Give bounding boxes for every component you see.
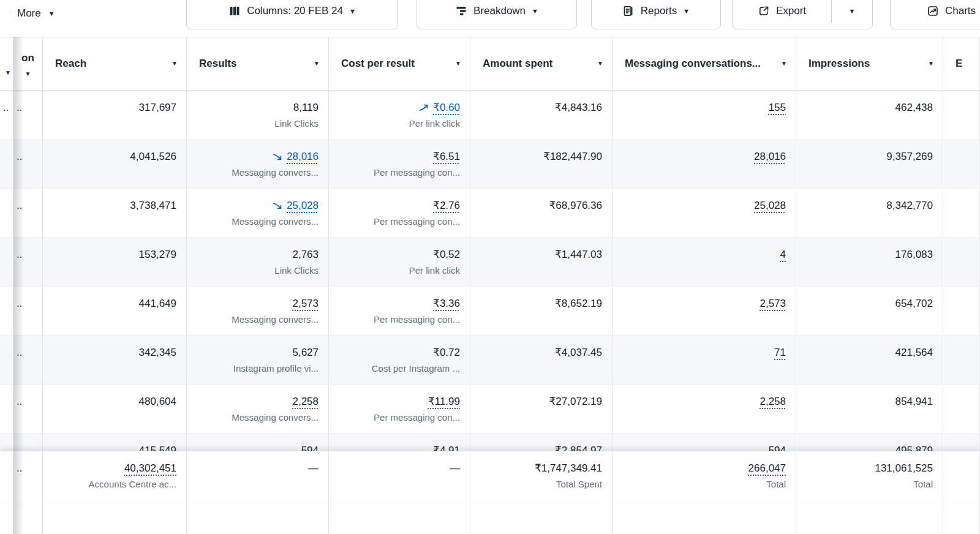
cell-messaging: 28,016 — [612, 140, 796, 188]
sublabel-cost: Per link click — [334, 265, 460, 277]
cell-impressions: 176,083 — [796, 238, 943, 286]
column-header-e[interactable]: E — [943, 37, 980, 90]
cell-cost: ₹6.51Per messaging con... — [329, 140, 470, 188]
value-messaging[interactable]: 28,016 — [754, 149, 786, 164]
sort-chevron-icon[interactable]: ▼ — [5, 66, 11, 80]
export-icon — [758, 5, 770, 17]
charts-button-label: Charts — [945, 5, 976, 17]
value-messaging: 594 — [769, 443, 786, 451]
value-cost[interactable]: ₹3.36 — [433, 296, 460, 310]
value-impressions: 654,702 — [895, 296, 933, 310]
breakdown-icon — [455, 5, 467, 17]
export-button[interactable]: Export — [733, 0, 831, 29]
column-header-c0[interactable]: ▼ — [0, 37, 13, 90]
cell-e — [943, 336, 980, 384]
cell-results: 2,258Messaging convers... — [187, 385, 329, 433]
column-header-label: Reach — [55, 56, 86, 71]
value-c1: .. — [17, 345, 22, 359]
table-row: ..4,041,52628,016Messaging convers...₹6.… — [0, 140, 980, 189]
value-impressions: 8,342,770 — [886, 198, 933, 212]
columns-button-label: Columns: 20 FEB 24 — [247, 5, 343, 17]
cell-results: 2,763Link Clicks — [187, 238, 329, 286]
cell-reach: 441,649 — [43, 287, 187, 335]
cell-cost: ₹2.76Per messaging con... — [329, 189, 470, 237]
table-row: ....317,6978,119Link Clicks₹0.60Per link… — [0, 91, 980, 140]
column-header-impressions[interactable]: Impressions▼ — [796, 37, 943, 90]
breakdown-button[interactable]: Breakdown ▼ — [417, 0, 577, 29]
value-results[interactable]: 2,573 — [292, 296, 318, 310]
cell-messaging: 25,028 — [612, 189, 796, 237]
column-header-c1[interactable]: on▼ — [13, 37, 43, 90]
value-messaging[interactable]: 155 — [769, 100, 786, 115]
cell-spent: ₹182,447.90 — [470, 140, 612, 188]
value-reach: 441,649 — [139, 296, 176, 310]
export-split-button: Export ▼ — [732, 0, 873, 29]
cell-impressions: 462,438 — [796, 91, 943, 139]
sort-chevron-icon[interactable]: ▼ — [172, 56, 178, 71]
cell-reach: 480,604 — [43, 385, 187, 433]
cell-e — [943, 385, 980, 433]
sublabel-results: Messaging convers... — [192, 314, 318, 326]
value-spent: ₹4,037.45 — [555, 345, 602, 359]
sort-chevron-icon[interactable]: ▼ — [455, 56, 461, 71]
column-header-spent[interactable]: Amount spent▼ — [470, 37, 612, 90]
charts-button[interactable]: Charts — [890, 0, 980, 29]
cell-spent: ₹1,447.03 — [470, 238, 612, 286]
footer-cell-messaging — [612, 503, 796, 534]
value-results[interactable]: 25,028 — [287, 198, 318, 212]
sublabel-messaging: Total — [617, 478, 786, 491]
table-row: ..342,3455,627Instagram profile vi...₹0.… — [0, 336, 980, 385]
sort-chevron-icon[interactable]: ▼ — [314, 56, 320, 71]
table-row: ..441,6492,573Messaging convers...₹3.36P… — [0, 287, 980, 336]
cell-reach: 342,345 — [43, 336, 187, 384]
cell-cost: — — [329, 451, 470, 503]
value-impressions: 854,941 — [895, 394, 933, 408]
value-impressions: 9,357,269 — [886, 149, 933, 164]
columns-button[interactable]: Columns: 20 FEB 24 ▼ — [186, 0, 398, 29]
value-results[interactable]: 2,258 — [292, 394, 318, 408]
value-spent: ₹8,652.19 — [555, 296, 602, 310]
more-button[interactable]: More ▼ — [17, 0, 55, 27]
column-header-reach[interactable]: Reach▼ — [43, 37, 187, 90]
chevron-down-icon: ▼ — [48, 10, 55, 17]
value-spent: ₹4,843.16 — [555, 100, 602, 115]
value-cost[interactable]: ₹6.51 — [433, 149, 460, 164]
value-messaging[interactable]: 2,258 — [760, 394, 786, 408]
cell-spent: ₹8,652.19 — [470, 287, 612, 335]
table-header-row: ▼on▼Reach▼Results▼Cost per result▼Amount… — [0, 37, 980, 91]
footer-cell-cost — [329, 503, 470, 534]
cell-c0 — [0, 451, 13, 503]
value-results[interactable]: 28,016 — [287, 149, 318, 164]
value-reach: 415,549 — [139, 443, 176, 451]
column-header-results[interactable]: Results▼ — [187, 37, 329, 90]
cell-c1: .. — [13, 189, 43, 237]
metrics-table: ▼on▼Reach▼Results▼Cost per result▼Amount… — [0, 37, 980, 534]
cell-cost: ₹0.60Per link click — [329, 91, 470, 139]
sort-chevron-icon[interactable]: ▼ — [25, 67, 31, 81]
value-results: 5,627 — [292, 345, 318, 359]
value-messaging[interactable]: 4 — [780, 247, 786, 261]
value-messaging[interactable]: 25,028 — [754, 198, 786, 212]
value-messaging[interactable]: 2,573 — [760, 296, 786, 310]
reports-button[interactable]: Reports ▼ — [591, 0, 721, 29]
value-cost[interactable]: ₹0.60 — [433, 100, 460, 115]
cell-results: 594 — [187, 434, 329, 451]
cell-c1: .. — [13, 385, 43, 433]
value-reach: 4,041,526 — [130, 149, 176, 164]
value-cost[interactable]: ₹2.76 — [433, 198, 460, 212]
column-header-cost[interactable]: Cost per result▼ — [329, 37, 470, 90]
value-reach[interactable]: 40,302,451 — [124, 461, 176, 475]
export-dropdown-button[interactable]: ▼ — [832, 0, 872, 29]
sort-chevron-icon[interactable]: ▼ — [928, 56, 934, 71]
value-messaging[interactable]: 266,047 — [748, 461, 786, 475]
value-cost: ₹0.52 — [433, 247, 460, 261]
column-header-messaging[interactable]: Messaging conversations...▼ — [612, 37, 796, 90]
value-cost: ₹4.91 — [433, 443, 460, 451]
value-cost[interactable]: ₹11.99 — [428, 394, 460, 408]
cell-e — [943, 434, 980, 451]
sort-chevron-icon[interactable]: ▼ — [781, 56, 787, 71]
value-c1: .. — [17, 149, 22, 164]
sort-chevron-icon[interactable]: ▼ — [597, 56, 603, 71]
value-messaging[interactable]: 71 — [774, 345, 786, 359]
cell-cost: ₹4.91 — [329, 434, 470, 451]
